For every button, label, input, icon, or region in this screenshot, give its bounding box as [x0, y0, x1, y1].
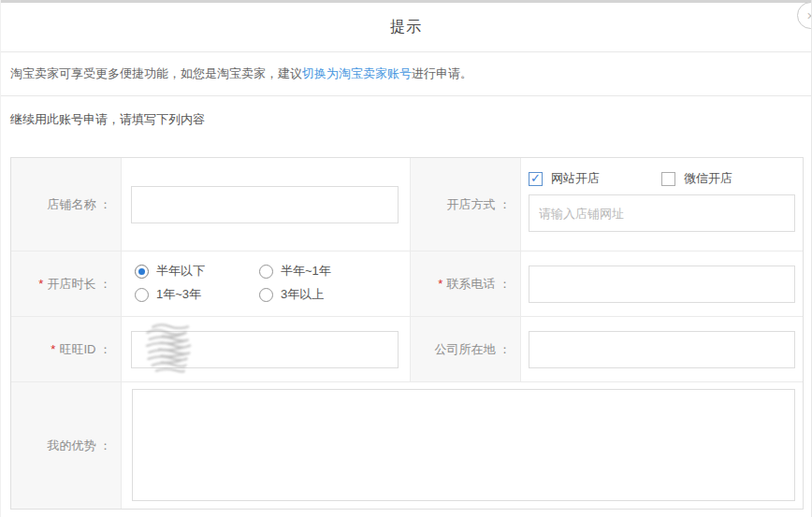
open-method-cell: ✓ 网站开店 微信开店	[521, 158, 803, 251]
shop-url-input[interactable]	[529, 194, 795, 232]
required-marker: *	[438, 277, 442, 291]
required-marker: *	[38, 277, 43, 291]
dialog-titlebar: 提示	[1, 3, 811, 52]
radio-one-to-three-years[interactable]: 1年~3年	[135, 286, 259, 303]
radio-icon	[259, 288, 273, 302]
contact-phone-cell	[521, 251, 803, 317]
wangwang-id-wrap	[122, 317, 410, 381]
wangwang-id-label: * 旺旺ID ：	[11, 317, 122, 382]
open-duration-cell: 半年以下 半年~1年 1年~3年 3年以上	[122, 251, 411, 317]
open-method-label: 开店方式 ：	[411, 158, 521, 251]
contact-phone-input[interactable]	[529, 266, 795, 303]
my-advantage-textarea[interactable]	[132, 389, 795, 501]
company-location-cell	[521, 317, 803, 382]
dialog: 提示 × 淘宝卖家可享受更多便捷功能，如您是淘宝卖家，建议切换为淘宝卖家账号进行…	[0, 0, 812, 517]
shop-name-label: 店铺名称 ：	[11, 158, 122, 251]
notice-bar: 淘宝卖家可享受更多便捷功能，如您是淘宝卖家，建议切换为淘宝卖家账号进行申请。	[1, 52, 811, 96]
checkbox-wechat-shop[interactable]: 微信开店	[661, 170, 732, 187]
duration-radio-group: 半年以下 半年~1年 1年~3年 3年以上	[122, 251, 410, 303]
radio-half-to-one-year[interactable]: 半年~1年	[259, 263, 384, 280]
switch-account-link[interactable]: 切换为淘宝卖家账号	[302, 65, 412, 82]
my-advantage-cell	[122, 382, 803, 509]
radio-icon	[135, 288, 149, 302]
company-location-label: 公司所在地 ：	[411, 317, 521, 382]
radio-over-three-years[interactable]: 3年以上	[259, 286, 384, 303]
notice-text-after: 进行申请。	[412, 65, 472, 82]
open-method-options: ✓ 网站开店 微信开店	[529, 170, 732, 187]
checkbox-checked-icon: ✓	[529, 172, 543, 186]
my-advantage-label: 我的优势 ：	[11, 382, 122, 509]
open-duration-label: * 开店时长 ：	[11, 251, 122, 317]
checkbox-website-shop[interactable]: ✓ 网站开店	[529, 170, 600, 187]
radio-selected-icon	[135, 265, 149, 279]
shop-name-input[interactable]	[131, 186, 399, 223]
application-form-table: 店铺名称 ： 开店方式 ： ✓ 网站开店 微信开店	[10, 157, 804, 510]
shop-name-cell	[122, 158, 411, 251]
notice-text-before: 淘宝卖家可享受更多便捷功能，如您是淘宝卖家，建议	[10, 65, 302, 82]
dialog-title: 提示	[390, 18, 422, 37]
contact-phone-label: * 联系电话 ：	[411, 251, 521, 317]
continue-instruction: 继续用此账号申请，请填写下列内容	[10, 106, 205, 134]
wangwang-id-input[interactable]	[131, 331, 399, 368]
company-location-input[interactable]	[529, 331, 795, 368]
radio-icon	[259, 265, 273, 279]
checkbox-unchecked-icon	[661, 172, 675, 186]
wangwang-id-cell	[122, 317, 411, 382]
radio-under-half-year[interactable]: 半年以下	[135, 263, 259, 280]
required-marker: *	[51, 342, 55, 356]
